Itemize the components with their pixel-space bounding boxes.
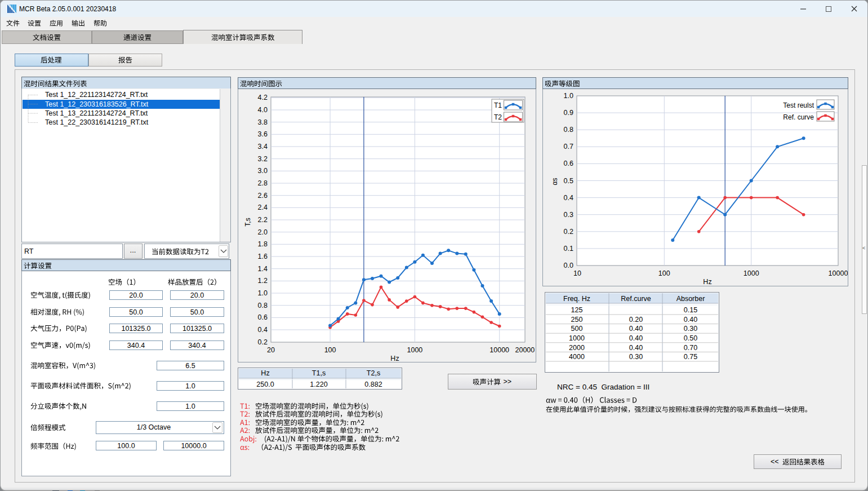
svg-text:20000: 20000: [515, 346, 535, 354]
svg-text:0.7: 0.7: [564, 143, 573, 151]
svg-text:3.4: 3.4: [258, 143, 268, 151]
svg-text:1.0: 1.0: [564, 92, 573, 100]
svg-text:0.2: 0.2: [258, 338, 268, 346]
svg-text:T2: T2: [494, 113, 502, 121]
svg-text:Hz: Hz: [390, 355, 399, 362]
svg-text:3.2: 3.2: [258, 155, 268, 163]
svg-text:4.2: 4.2: [258, 94, 268, 101]
svg-text:Ref. curve: Ref. curve: [783, 113, 814, 121]
svg-text:0.4: 0.4: [258, 326, 268, 334]
svg-text:T1: T1: [494, 101, 502, 109]
svg-text:0.4: 0.4: [564, 194, 573, 202]
svg-text:10000: 10000: [489, 346, 509, 354]
svg-text:0.8: 0.8: [258, 302, 268, 309]
svg-text:1.4: 1.4: [258, 265, 268, 273]
svg-text:0.3: 0.3: [564, 211, 573, 219]
svg-text:0.5: 0.5: [564, 177, 573, 185]
svg-text:3.0: 3.0: [258, 167, 268, 175]
svg-text:1.8: 1.8: [258, 240, 268, 248]
svg-text:1.6: 1.6: [258, 253, 268, 260]
svg-text:0.9: 0.9: [564, 109, 573, 117]
svg-text:0.8: 0.8: [564, 126, 573, 134]
svg-text:20: 20: [267, 346, 275, 354]
svg-text:T,s: T,s: [244, 218, 252, 226]
svg-text:3.8: 3.8: [258, 118, 268, 126]
svg-text:3.6: 3.6: [258, 130, 268, 138]
svg-text:Hz: Hz: [703, 278, 711, 286]
svg-text:10: 10: [573, 269, 581, 277]
svg-text:100: 100: [658, 269, 670, 277]
svg-text:1000: 1000: [407, 346, 422, 354]
svg-text:1.2: 1.2: [258, 277, 268, 285]
svg-text:2.8: 2.8: [258, 179, 268, 187]
svg-text:0.2: 0.2: [564, 228, 573, 236]
svg-text:10000: 10000: [829, 269, 848, 277]
svg-text:2.2: 2.2: [258, 216, 268, 224]
svg-text:Test reulst: Test reulst: [783, 101, 814, 109]
svg-text:2.6: 2.6: [258, 192, 268, 200]
svg-text:0.0: 0.0: [564, 262, 573, 269]
svg-text:1000: 1000: [744, 269, 759, 277]
svg-text:4.0: 4.0: [258, 106, 268, 114]
svg-text:0.6: 0.6: [564, 160, 573, 167]
svg-text:1.0: 1.0: [258, 289, 268, 297]
svg-text:100: 100: [324, 346, 336, 354]
svg-text:0.6: 0.6: [258, 313, 268, 321]
svg-text:αs: αs: [551, 178, 559, 185]
svg-text:2.4: 2.4: [258, 204, 268, 211]
svg-text:2.0: 2.0: [258, 228, 268, 236]
svg-text:0.1: 0.1: [564, 245, 573, 253]
